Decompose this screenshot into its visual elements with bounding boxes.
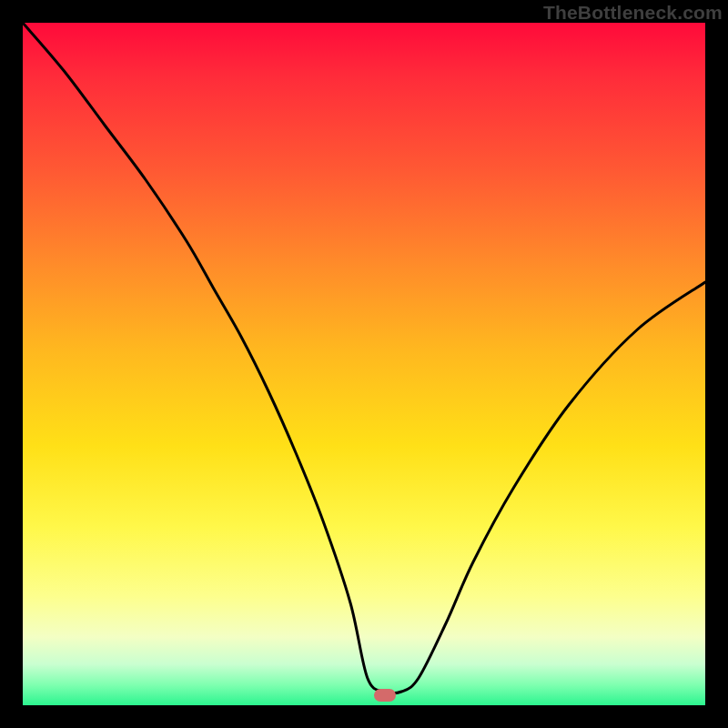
figure-canvas: TheBottleneck.com — [0, 0, 728, 728]
bottleneck-curve — [23, 23, 705, 693]
bottleneck-marker — [374, 689, 396, 702]
plot-svg — [0, 0, 728, 728]
site-watermark: TheBottleneck.com — [543, 2, 723, 24]
